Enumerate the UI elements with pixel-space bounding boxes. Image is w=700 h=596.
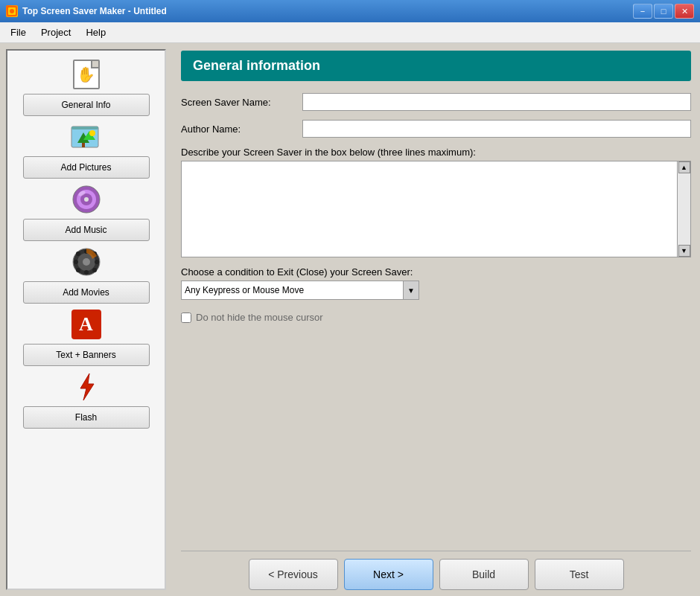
exit-condition-row: Any Keypress or Mouse Move Any Keypress …: [181, 281, 691, 300]
author-name-input[interactable]: [302, 120, 691, 138]
title-bar-text: Top Screen Saver Maker - Untitled: [22, 6, 629, 16]
no-hide-cursor-label: Do not hide the mouse cursor: [196, 312, 323, 323]
add-music-button[interactable]: Add Music: [23, 219, 150, 241]
author-name-row: Author Name:: [181, 120, 691, 138]
svg-point-16: [83, 258, 90, 266]
menu-file[interactable]: File: [3, 24, 34, 41]
screen-saver-name-row: Screen Saver Name:: [181, 93, 691, 111]
sidebar-item-text-banners[interactable]: A Text + Banners: [23, 307, 150, 366]
svg-point-24: [76, 268, 80, 272]
flash-icon: [69, 369, 104, 405]
svg-point-18: [84, 270, 89, 275]
main-window: ✋ General Info Add Pictures: [0, 43, 700, 596]
exit-condition-wrapper: Any Keypress or Mouse Move Any Keypress …: [181, 281, 419, 300]
scroll-up-arrow[interactable]: ▲: [678, 161, 690, 173]
add-pictures-button[interactable]: Add Pictures: [23, 156, 150, 179]
screen-saver-name-input[interactable]: [302, 93, 691, 111]
exit-condition-select[interactable]: Any Keypress or Mouse Move Any Keypress …: [181, 281, 419, 300]
minimize-button[interactable]: −: [633, 4, 652, 19]
exit-condition-label: Choose a condition to Exit (Close) your …: [181, 266, 691, 278]
no-hide-cursor-row: Do not hide the mouse cursor: [181, 312, 691, 323]
add-music-icon: [69, 182, 104, 217]
svg-point-21: [76, 251, 80, 256]
description-section: Describe your Screen Saver in the box be…: [181, 147, 691, 257]
menu-project[interactable]: Project: [34, 24, 78, 41]
svg-point-2: [10, 9, 14, 13]
svg-point-12: [84, 197, 89, 202]
content-area: General information Screen Saver Name: A…: [172, 43, 700, 596]
sidebar-item-add-music[interactable]: Add Music: [23, 182, 150, 241]
svg-point-22: [92, 268, 97, 272]
sidebar-item-add-movies[interactable]: Add Movies: [23, 244, 150, 304]
sidebar-item-add-pictures[interactable]: Add Pictures: [23, 119, 150, 179]
text-banners-icon: A: [69, 307, 104, 342]
general-info-button[interactable]: General Info: [23, 94, 150, 116]
add-pictures-icon: [69, 119, 104, 155]
previous-button[interactable]: < Previous: [249, 559, 338, 590]
author-name-label: Author Name:: [181, 124, 296, 135]
scroll-down-arrow[interactable]: ▼: [678, 245, 690, 257]
description-label: Describe your Screen Saver in the box be…: [181, 147, 691, 158]
maximize-button[interactable]: □: [654, 4, 673, 19]
svg-rect-4: [71, 126, 98, 129]
description-container: ▲ ▼: [181, 161, 691, 257]
sidebar-item-general-info[interactable]: ✋ General Info: [23, 57, 150, 116]
menu-bar: File Project Help: [0, 22, 700, 43]
next-button[interactable]: Next >: [344, 559, 433, 590]
text-banners-button[interactable]: Text + Banners: [23, 344, 150, 366]
svg-rect-7: [82, 143, 85, 147]
no-hide-cursor-checkbox[interactable]: [181, 313, 191, 323]
title-bar-controls: − □ ✕: [633, 4, 694, 19]
test-button[interactable]: Test: [535, 559, 624, 590]
add-movies-button[interactable]: Add Movies: [23, 281, 150, 304]
title-bar: Top Screen Saver Maker - Untitled − □ ✕: [0, 0, 700, 22]
general-info-icon: ✋: [69, 57, 104, 92]
sidebar-item-flash[interactable]: Flash: [23, 369, 150, 429]
textarea-scrollbar: ▲ ▼: [677, 161, 690, 257]
sidebar: ✋ General Info Add Pictures: [6, 49, 166, 590]
bottom-area: < Previous Next > Build Test: [181, 551, 691, 590]
add-movies-icon: [69, 244, 104, 280]
svg-marker-25: [80, 374, 94, 400]
svg-point-20: [95, 260, 99, 264]
close-button[interactable]: ✕: [675, 4, 694, 19]
app-icon: [6, 5, 18, 17]
svg-point-19: [74, 260, 78, 264]
flash-button[interactable]: Flash: [23, 406, 150, 429]
form-area: Screen Saver Name: Author Name: Describe…: [181, 93, 691, 545]
build-button[interactable]: Build: [439, 559, 529, 590]
exit-condition-section: Choose a condition to Exit (Close) your …: [181, 266, 691, 300]
menu-help[interactable]: Help: [78, 24, 113, 41]
screen-saver-name-label: Screen Saver Name:: [181, 97, 296, 108]
description-textarea[interactable]: [182, 161, 677, 257]
scroll-track: [678, 173, 690, 245]
content-header: General information: [181, 51, 691, 81]
svg-point-8: [89, 130, 95, 136]
